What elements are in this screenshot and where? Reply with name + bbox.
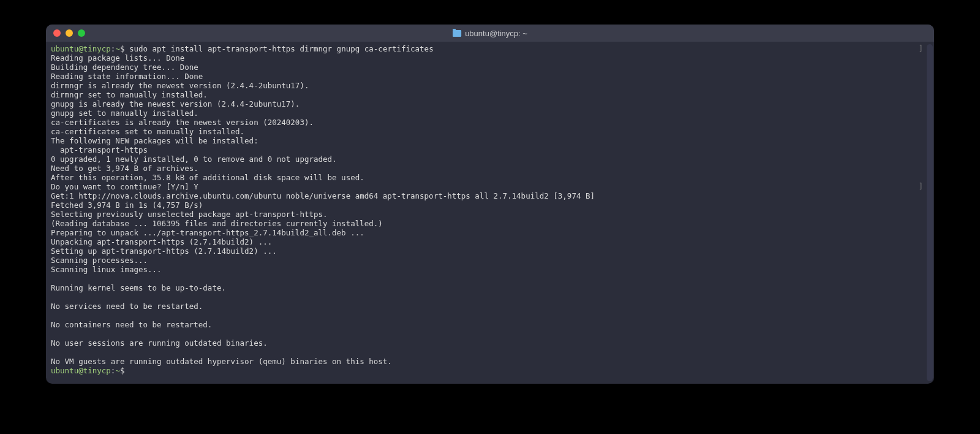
- output-line: Building dependency tree... Done: [51, 63, 929, 72]
- output-line: [51, 348, 929, 357]
- window-title: ubuntu@tinycp: ~: [453, 29, 527, 38]
- output-line: Reading state information... Done: [51, 72, 929, 81]
- folder-icon: [453, 30, 461, 37]
- prompt: ubuntu@tinycp:~$: [51, 44, 124, 53]
- output-line: Running kernel seems to be up-to-date.: [51, 283, 929, 292]
- output-line: No containers need to be restarted.: [51, 320, 929, 329]
- prompt-line: ubuntu@tinycp:~$ sudo apt install apt-tr…: [51, 44, 929, 53]
- traffic-lights: [53, 29, 85, 37]
- output-line: Get:1 http://nova.clouds.archive.ubuntu.…: [51, 191, 929, 200]
- prompt-path: ~: [115, 44, 120, 53]
- minimize-icon[interactable]: [66, 29, 73, 37]
- title-bar: ubuntu@tinycp: ~: [46, 25, 934, 42]
- output-line: Scanning linux images...: [51, 265, 929, 274]
- output-line: The following NEW packages will be insta…: [51, 136, 929, 145]
- output-line: Unpacking apt-transport-https (2.7.14bui…: [51, 237, 929, 246]
- output-line: Fetched 3,974 B in 1s (4,757 B/s): [51, 200, 929, 210]
- output-line: [51, 292, 929, 302]
- output-line: ca-certificates is already the newest ve…: [51, 118, 929, 127]
- output-line: Need to get 3,974 B of archives.: [51, 164, 929, 173]
- output-line: ca-certificates set to manually installe…: [51, 127, 929, 136]
- prompt-line: ubuntu@tinycp:~$: [51, 366, 929, 375]
- output-line: Preparing to unpack .../apt-transport-ht…: [51, 228, 929, 237]
- output-line: After this operation, 35.8 kB of additio…: [51, 173, 929, 182]
- prompt-userhost: ubuntu@tinycp: [51, 44, 111, 53]
- right-marker: ]: [919, 44, 923, 53]
- prompt-userhost: ubuntu@tinycp: [51, 366, 111, 375]
- output-line: 0 upgraded, 1 newly installed, 0 to remo…: [51, 154, 929, 164]
- right-marker: ]: [919, 182, 923, 191]
- output-line: [51, 311, 929, 320]
- output-line: gnupg set to manually installed.: [51, 108, 929, 118]
- prompt-symbol: $: [120, 366, 125, 375]
- output-line: [51, 329, 929, 338]
- terminal-window: ubuntu@tinycp: ~ ] ] ubuntu@tinycp:~$ su…: [46, 25, 934, 384]
- output-line: No user sessions are running outdated bi…: [51, 338, 929, 348]
- output-line: Setting up apt-transport-https (2.7.14bu…: [51, 246, 929, 256]
- terminal-body[interactable]: ] ] ubuntu@tinycp:~$ sudo apt install ap…: [46, 42, 934, 384]
- output-line: No services need to be restarted.: [51, 302, 929, 311]
- output-line: Selecting previously unselected package …: [51, 210, 929, 219]
- output-line: No VM guests are running outdated hyperv…: [51, 357, 929, 366]
- window-title-text: ubuntu@tinycp: ~: [465, 29, 527, 38]
- output-line: dirmngr set to manually installed.: [51, 90, 929, 99]
- close-icon[interactable]: [53, 29, 61, 37]
- prompt-path: ~: [115, 366, 120, 375]
- scrollbar[interactable]: [927, 44, 933, 381]
- prompt: ubuntu@tinycp:~$: [51, 366, 124, 375]
- maximize-icon[interactable]: [78, 29, 85, 37]
- output-line: (Reading database ... 106395 files and d…: [51, 219, 929, 228]
- output-line: Scanning processes...: [51, 256, 929, 265]
- output-line: dirmngr is already the newest version (2…: [51, 81, 929, 90]
- output-line: gnupg is already the newest version (2.4…: [51, 99, 929, 108]
- output-line: Do you want to continue? [Y/n] Y: [51, 182, 929, 191]
- output-line: [51, 274, 929, 283]
- prompt-symbol: $: [120, 44, 125, 53]
- output-line: apt-transport-https: [51, 145, 929, 154]
- output-line: Reading package lists... Done: [51, 53, 929, 63]
- command-text: sudo apt install apt-transport-https dir…: [129, 44, 434, 53]
